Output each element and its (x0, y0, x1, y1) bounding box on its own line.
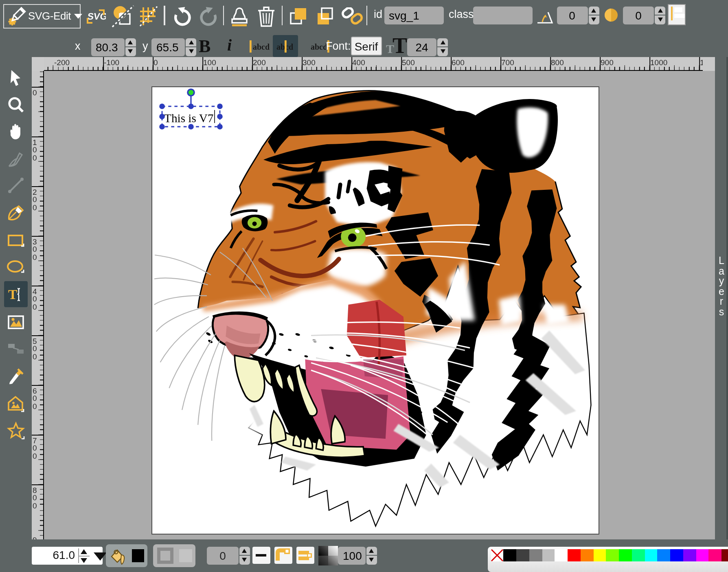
svg-text:T: T (8, 286, 17, 301)
svg-text:abcd: abcd (311, 42, 327, 51)
svg-text:SVG: SVG (87, 11, 106, 22)
svg-text:abcd: abcd (253, 42, 270, 51)
svg-text:This is V7: This is V7 (164, 111, 213, 124)
